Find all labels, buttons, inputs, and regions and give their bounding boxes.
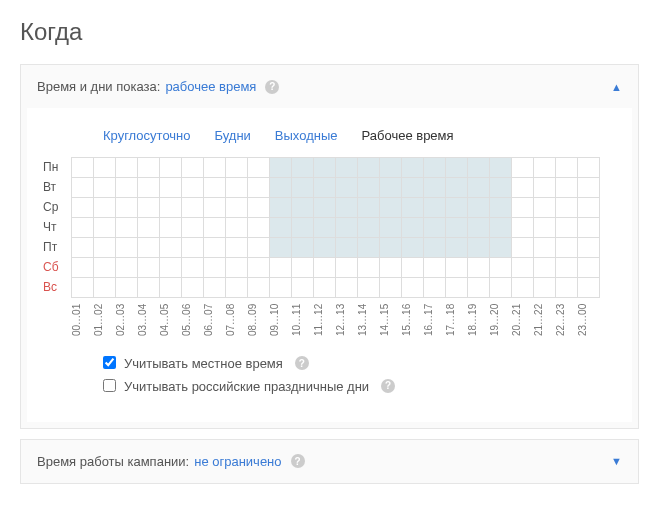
grid-cell[interactable] xyxy=(116,198,138,218)
grid-cell[interactable] xyxy=(578,278,600,298)
grid-cell[interactable] xyxy=(468,258,490,278)
grid-cell[interactable] xyxy=(578,218,600,238)
grid-cell[interactable] xyxy=(380,178,402,198)
grid-cell[interactable] xyxy=(380,258,402,278)
grid-cell[interactable] xyxy=(138,238,160,258)
grid-cell[interactable] xyxy=(490,278,512,298)
grid-cell[interactable] xyxy=(424,238,446,258)
grid-cell[interactable] xyxy=(248,218,270,238)
grid-cell[interactable] xyxy=(116,158,138,178)
grid-cell[interactable] xyxy=(446,158,468,178)
grid-cell[interactable] xyxy=(490,218,512,238)
grid-cell[interactable] xyxy=(138,158,160,178)
grid-cell[interactable] xyxy=(138,218,160,238)
grid-cell[interactable] xyxy=(248,238,270,258)
grid-cell[interactable] xyxy=(336,158,358,178)
grid-cell[interactable] xyxy=(182,278,204,298)
grid-cell[interactable] xyxy=(358,158,380,178)
grid-cell[interactable] xyxy=(468,178,490,198)
grid-cell[interactable] xyxy=(446,278,468,298)
preset-0[interactable]: Круглосуточно xyxy=(103,128,191,143)
help-icon[interactable]: ? xyxy=(295,356,309,370)
grid-cell[interactable] xyxy=(358,258,380,278)
grid-cell[interactable] xyxy=(468,278,490,298)
grid-cell[interactable] xyxy=(248,158,270,178)
grid-cell[interactable] xyxy=(226,158,248,178)
grid-cell[interactable] xyxy=(182,258,204,278)
grid-cell[interactable] xyxy=(446,178,468,198)
campaign-panel-header[interactable]: Время работы кампании: не ограничено ? ▼ xyxy=(21,440,638,483)
grid-cell[interactable] xyxy=(72,178,94,198)
grid-cell[interactable] xyxy=(226,198,248,218)
grid-cell[interactable] xyxy=(402,198,424,218)
grid-cell[interactable] xyxy=(116,218,138,238)
grid-cell[interactable] xyxy=(424,278,446,298)
grid-cell[interactable] xyxy=(248,178,270,198)
grid-cell[interactable] xyxy=(490,238,512,258)
grid-cell[interactable] xyxy=(534,218,556,238)
grid-cell[interactable] xyxy=(556,238,578,258)
grid-cell[interactable] xyxy=(534,258,556,278)
grid-cell[interactable] xyxy=(534,178,556,198)
grid-cell[interactable] xyxy=(424,198,446,218)
grid-cell[interactable] xyxy=(534,278,556,298)
grid-cell[interactable] xyxy=(182,158,204,178)
grid-cell[interactable] xyxy=(380,198,402,218)
grid-cell[interactable] xyxy=(94,238,116,258)
grid-cell[interactable] xyxy=(314,278,336,298)
grid-cell[interactable] xyxy=(446,218,468,238)
grid-cell[interactable] xyxy=(336,178,358,198)
grid-cell[interactable] xyxy=(402,178,424,198)
grid-cell[interactable] xyxy=(160,158,182,178)
grid-cell[interactable] xyxy=(204,198,226,218)
grid-cell[interactable] xyxy=(402,278,424,298)
grid-cell[interactable] xyxy=(314,258,336,278)
grid-cell[interactable] xyxy=(446,238,468,258)
grid-cell[interactable] xyxy=(490,158,512,178)
grid-cell[interactable] xyxy=(578,238,600,258)
grid-cell[interactable] xyxy=(226,278,248,298)
grid-cell[interactable] xyxy=(72,198,94,218)
grid-cell[interactable] xyxy=(512,278,534,298)
preset-3[interactable]: Рабочее время xyxy=(362,128,454,143)
grid-cell[interactable] xyxy=(292,178,314,198)
local-time-checkbox[interactable] xyxy=(103,356,116,369)
grid-cell[interactable] xyxy=(138,278,160,298)
grid-cell[interactable] xyxy=(358,278,380,298)
grid-cell[interactable] xyxy=(402,258,424,278)
help-icon[interactable]: ? xyxy=(381,379,395,393)
grid-cell[interactable] xyxy=(402,238,424,258)
grid-cell[interactable] xyxy=(380,218,402,238)
grid-cell[interactable] xyxy=(468,198,490,218)
grid-cell[interactable] xyxy=(270,238,292,258)
grid-cell[interactable] xyxy=(292,218,314,238)
grid-cell[interactable] xyxy=(336,238,358,258)
grid-cell[interactable] xyxy=(468,238,490,258)
grid-cell[interactable] xyxy=(160,278,182,298)
grid-cell[interactable] xyxy=(336,198,358,218)
grid-cell[interactable] xyxy=(336,258,358,278)
preset-2[interactable]: Выходные xyxy=(275,128,338,143)
grid-cell[interactable] xyxy=(424,158,446,178)
grid-cell[interactable] xyxy=(204,238,226,258)
grid-cell[interactable] xyxy=(116,178,138,198)
grid-cell[interactable] xyxy=(292,258,314,278)
grid-cell[interactable] xyxy=(424,258,446,278)
grid-cell[interactable] xyxy=(490,178,512,198)
grid-cell[interactable] xyxy=(270,158,292,178)
grid-cell[interactable] xyxy=(314,158,336,178)
grid-cell[interactable] xyxy=(226,178,248,198)
grid-cell[interactable] xyxy=(358,218,380,238)
grid-cell[interactable] xyxy=(512,218,534,238)
grid-cell[interactable] xyxy=(512,258,534,278)
grid-cell[interactable] xyxy=(94,258,116,278)
grid-cell[interactable] xyxy=(402,218,424,238)
grid-cell[interactable] xyxy=(512,178,534,198)
grid-cell[interactable] xyxy=(204,158,226,178)
grid-cell[interactable] xyxy=(160,218,182,238)
grid-cell[interactable] xyxy=(292,158,314,178)
grid-cell[interactable] xyxy=(534,198,556,218)
grid-cell[interactable] xyxy=(358,178,380,198)
grid-cell[interactable] xyxy=(204,278,226,298)
grid-cell[interactable] xyxy=(424,178,446,198)
